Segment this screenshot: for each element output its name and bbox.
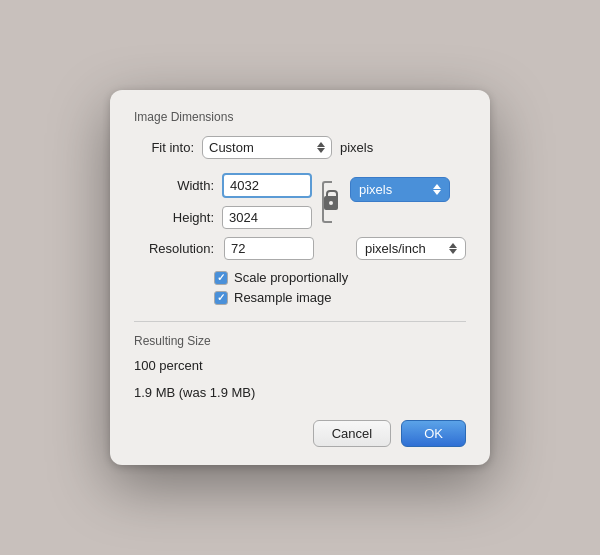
height-input[interactable]: [222, 206, 312, 229]
resolution-unit-value: pixels/inch: [365, 241, 426, 256]
resolution-row: Resolution: pixels/inch: [142, 237, 466, 260]
resolution-unit-select[interactable]: pixels/inch: [356, 237, 466, 260]
fit-into-select[interactable]: Custom: [202, 136, 332, 159]
spinner-down-icon: [317, 148, 325, 153]
resolution-input[interactable]: [224, 237, 314, 260]
spinner-down-icon: [449, 249, 457, 254]
resample-image-row: ✓ Resample image: [214, 290, 466, 305]
fit-into-unit-label: pixels: [340, 140, 373, 155]
resample-image-label: Resample image: [234, 290, 332, 305]
ok-button[interactable]: OK: [401, 420, 466, 447]
pixels-unit-spinner[interactable]: [433, 184, 441, 195]
scale-proportionally-row: ✓ Scale proportionally: [214, 270, 466, 285]
width-row: Width:: [142, 173, 312, 198]
resolution-unit-spinner[interactable]: [449, 243, 457, 254]
height-row: Height:: [142, 206, 312, 229]
fit-into-label: Fit into:: [134, 140, 194, 155]
height-label: Height:: [142, 210, 214, 225]
result-percent: 100 percent: [134, 358, 466, 373]
button-row: Cancel OK: [134, 420, 466, 447]
width-label: Width:: [142, 178, 214, 193]
fit-into-spinner[interactable]: [317, 142, 325, 153]
width-input[interactable]: [222, 173, 312, 198]
fit-into-value: Custom: [209, 140, 254, 155]
check-icon: ✓: [217, 293, 225, 303]
divider: [134, 321, 466, 322]
spinner-down-icon: [433, 190, 441, 195]
resample-image-checkbox[interactable]: ✓: [214, 291, 228, 305]
pixels-unit-select[interactable]: pixels: [350, 177, 450, 202]
cancel-button[interactable]: Cancel: [313, 420, 391, 447]
checkboxes-section: ✓ Scale proportionally ✓ Resample image: [214, 270, 466, 305]
section-title-image-dimensions: Image Dimensions: [134, 110, 466, 124]
scale-proportionally-checkbox[interactable]: ✓: [214, 271, 228, 285]
spinner-up-icon: [317, 142, 325, 147]
dimension-fields: Width: Height:: [142, 173, 312, 229]
fit-into-row: Fit into: Custom pixels: [134, 136, 466, 159]
image-dimensions-dialog: Image Dimensions Fit into: Custom pixels…: [110, 90, 490, 465]
lock-icon: [324, 196, 338, 210]
result-size: 1.9 MB (was 1.9 MB): [134, 385, 466, 400]
scale-proportionally-label: Scale proportionally: [234, 270, 348, 285]
check-icon: ✓: [217, 273, 225, 283]
pixels-unit-value: pixels: [359, 182, 392, 197]
spinner-up-icon: [449, 243, 457, 248]
resolution-label: Resolution:: [142, 241, 214, 256]
spinner-up-icon: [433, 184, 441, 189]
result-section-title: Resulting Size: [134, 334, 466, 348]
